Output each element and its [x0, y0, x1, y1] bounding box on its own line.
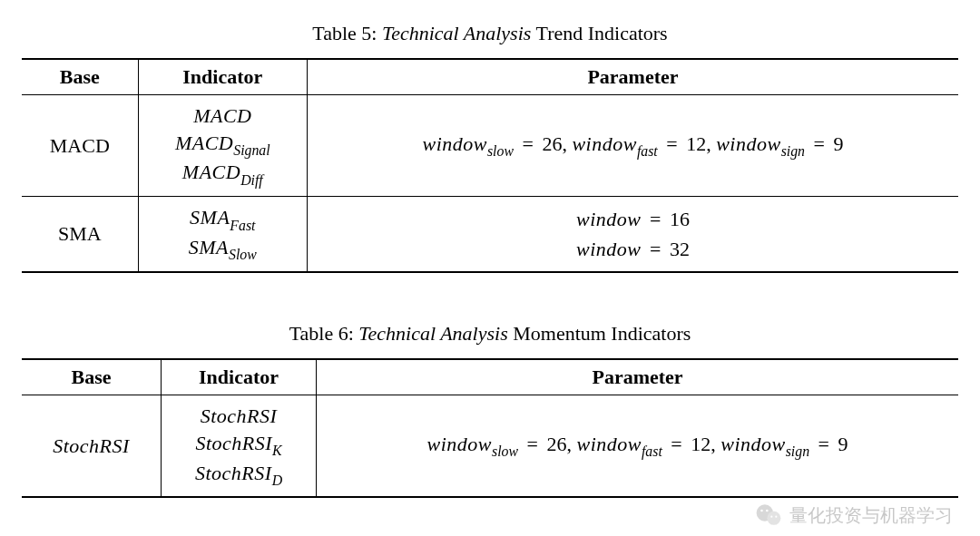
indicator-stochrsi: StochRSI — [201, 403, 278, 430]
table5: Base Indicator Parameter MACD MACD MACDS… — [22, 58, 958, 273]
table5-caption-label: Table 5: — [312, 22, 382, 44]
table6: Base Indicator Parameter StochRSI StochR… — [22, 358, 958, 498]
table5-header-row: Base Indicator Parameter — [22, 59, 958, 95]
table6-th-parameter: Parameter — [317, 359, 958, 395]
indicator-stack: SMAFast SMASlow — [148, 199, 298, 269]
table6-caption-label: Table 6: — [289, 322, 359, 345]
table5-row-sma: SMA SMAFast SMASlow window = 16 window =… — [22, 197, 958, 273]
indicator-stack: StochRSI StochRSIK StochRSID — [171, 397, 307, 494]
indicator-sma-slow: SMASlow — [189, 234, 257, 264]
table5-sma-base: SMA — [22, 197, 138, 273]
indicator-stochrsi-k: StochRSIK — [195, 430, 281, 460]
table6-header-row: Base Indicator Parameter — [22, 359, 958, 395]
svg-point-2 — [760, 510, 763, 512]
table5-sma-indicators: SMAFast SMASlow — [138, 197, 307, 273]
table5-th-base: Base — [22, 59, 138, 95]
table5-th-indicator: Indicator — [138, 59, 307, 95]
table5-row-macd: MACD MACD MACDSignal MACDDiff windowslow… — [22, 95, 958, 197]
table6-caption-tail: Momentum Indicators — [508, 322, 691, 345]
indicator-stack: MACD MACDSignal MACDDiff — [148, 97, 298, 194]
svg-point-5 — [775, 516, 777, 518]
spacer — [22, 273, 958, 317]
table6-caption: Table 6: Technical Analysis Momentum Ind… — [22, 322, 958, 346]
table6-th-base: Base — [22, 359, 162, 395]
sma-param-slow: window = 32 — [576, 234, 690, 264]
table5-th-parameter: Parameter — [307, 59, 958, 95]
table6-row-stochrsi: StochRSI StochRSI StochRSIK StochRSID wi… — [22, 395, 958, 498]
page-root: Table 5: Technical Analysis Trend Indica… — [0, 0, 980, 507]
indicator-stochrsi-d: StochRSID — [195, 460, 282, 490]
macd-param-expr: windowslow = 26, windowfast = 12, window… — [422, 132, 843, 155]
indicator-macd-signal: MACDSignal — [175, 130, 270, 160]
stochrsi-param-expr: windowslow = 26, windowfast = 12, window… — [427, 433, 848, 455]
svg-point-3 — [766, 510, 769, 512]
table5-macd-base: MACD — [22, 95, 138, 197]
table6-stochrsi-indicators: StochRSI StochRSIK StochRSID — [162, 395, 317, 498]
param-stack: window = 16 window = 32 — [317, 199, 949, 269]
svg-point-1 — [767, 512, 780, 525]
table5-macd-param: windowslow = 26, windowfast = 12, window… — [307, 95, 958, 197]
indicator-macd-diff: MACDDiff — [182, 159, 263, 189]
table6-stochrsi-base: StochRSI — [22, 395, 162, 498]
table6-th-indicator: Indicator — [162, 359, 317, 395]
indicator-sma-fast: SMAFast — [190, 204, 255, 234]
sma-param-fast: window = 16 — [576, 204, 690, 234]
table5-caption-emph: Technical Analysis — [382, 22, 531, 44]
table5-sma-params: window = 16 window = 32 — [307, 197, 958, 273]
svg-point-4 — [770, 516, 772, 518]
table5-caption: Table 5: Technical Analysis Trend Indica… — [22, 22, 958, 45]
table6-caption-emph: Technical Analysis — [358, 322, 507, 345]
table5-caption-tail: Trend Indicators — [531, 22, 667, 44]
table5-macd-indicators: MACD MACDSignal MACDDiff — [138, 95, 307, 197]
table6-stochrsi-param: windowslow = 26, windowfast = 12, window… — [317, 395, 958, 498]
indicator-macd: MACD — [193, 102, 251, 130]
